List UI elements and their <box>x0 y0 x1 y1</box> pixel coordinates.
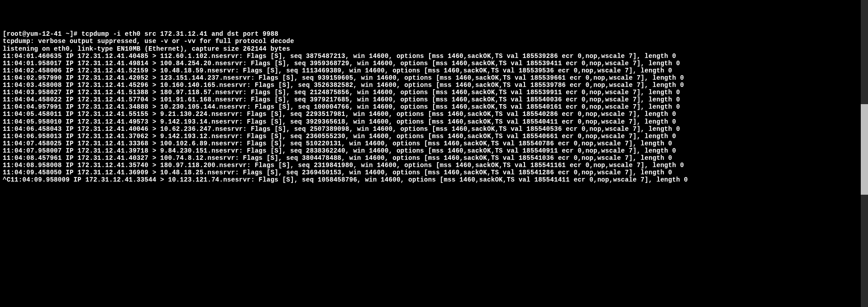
packet-line: 11:04:07.958007 IP 172.31.12.41.39718 > … <box>3 147 676 154</box>
packet-line: 11:04:06.958013 IP 172.31.12.41.37062 > … <box>3 133 676 140</box>
scrollbar-thumb[interactable] <box>861 104 868 195</box>
packet-line: 11:04:04.957991 IP 172.31.12.41.34888 > … <box>3 103 680 110</box>
shell-prompt: [root@yum-12-41 ~]# <box>3 30 81 38</box>
terminal-output[interactable]: [root@yum-12-41 ~]# tcpdump -i eth0 src … <box>3 30 865 183</box>
packet-line: 11:04:02.458006 IP 172.31.12.41.52159 > … <box>3 67 672 74</box>
packet-line: 11:04:03.458008 IP 172.31.12.41.45296 > … <box>3 82 684 89</box>
command-text: tcpdump -i eth0 src 172.31.12.41 and dst… <box>81 30 278 38</box>
packet-line: 11:04:01.460635 IP 172.31.12.41.40485 > … <box>3 53 676 60</box>
packet-line: 11:04:08.958008 IP 172.31.12.41.35740 > … <box>3 162 684 169</box>
packet-line: 11:04:07.458025 IP 172.31.12.41.33368 > … <box>3 140 672 147</box>
packet-line: 11:04:02.957990 IP 172.31.12.41.42052 > … <box>3 74 684 82</box>
packet-line: 11:04:08.457961 IP 172.31.12.41.40327 > … <box>3 154 672 162</box>
tcpdump-header-listening: listening on eth0, link-type EN10MB (Eth… <box>3 45 290 53</box>
packet-line: 11:04:09.458050 IP 172.31.12.41.36909 > … <box>3 169 672 176</box>
packet-line: 11:04:04.458022 IP 172.31.12.41.57704 > … <box>3 96 680 103</box>
packet-line: 11:04:01.958017 IP 172.31.12.41.49814 > … <box>3 60 680 67</box>
scrollbar-track[interactable] <box>861 0 868 307</box>
packet-line: 11:04:05.958010 IP 172.31.12.41.49573 > … <box>3 118 676 125</box>
packet-line: 11:04:03.958027 IP 172.31.12.41.51388 > … <box>3 89 680 96</box>
tcpdump-header-verbose: tcpdump: verbose output suppressed, use … <box>3 38 294 45</box>
packet-line: 11:04:05.458011 IP 172.31.12.41.55155 > … <box>3 110 676 118</box>
packet-line: ^C11:04:09.958009 IP 172.31.12.41.33544 … <box>3 176 688 183</box>
packet-line: 11:04:06.458043 IP 172.31.12.41.40046 > … <box>3 125 680 133</box>
